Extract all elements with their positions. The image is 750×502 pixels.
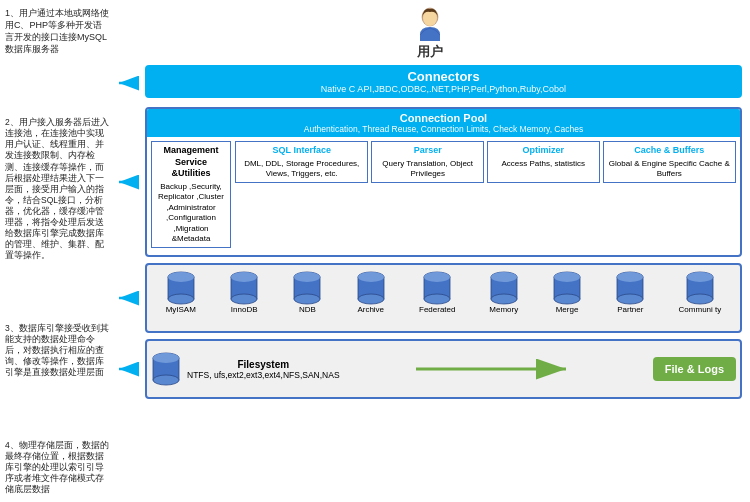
svg-point-22 (358, 294, 384, 304)
storage-innodb: InnoDB (229, 271, 259, 314)
parser-details: Query Translation, Object Privileges (375, 159, 480, 180)
filesystem-arrow (117, 339, 145, 399)
storage-label-merge: Merge (556, 305, 579, 314)
file-logs-label: File & Logs (665, 363, 724, 375)
cylinder-memory (489, 271, 519, 305)
connection-pool-header: Connection Pool Authentication, Thread R… (147, 109, 740, 137)
cylinder-archive (356, 271, 386, 305)
svg-point-27 (424, 272, 450, 282)
parser-box: Parser Query Translation, Object Privile… (371, 141, 484, 183)
storage-myisam: MyISAM (166, 271, 196, 314)
storage-merge: Merge (552, 271, 582, 314)
connectors-title: Connectors (153, 69, 734, 84)
connectors-subtitle: Native C API,JBDC,ODBC,.NET,PHP,Perl,Pyt… (153, 84, 734, 94)
filesystem-title: Filesystem (187, 359, 340, 370)
storage-federated: Federated (419, 271, 455, 314)
engine-inner: Management Service &Utilities Backup ,Se… (147, 137, 740, 252)
cache-box: Cache & Buffers Global & Engine Specific… (603, 141, 736, 183)
storage-ndb: NDB (292, 271, 322, 314)
filesystem-left: Filesystem NTFS, ufs,ext2,ext3,ext4,NFS,… (151, 352, 340, 386)
cylinder-innodb (229, 271, 259, 305)
storage-label-archive: Archive (357, 305, 384, 314)
user-section: 用户 (117, 5, 742, 61)
storage-inner: MyISAM InnoDB (151, 271, 736, 314)
svg-point-42 (687, 294, 713, 304)
connection-pool-subtitle: Authentication, Thread Reuse, Connection… (153, 124, 734, 134)
storage-memory: Memory (489, 271, 519, 314)
svg-point-35 (554, 272, 580, 282)
storage-arrow (117, 263, 145, 333)
cylinder-federated (422, 271, 452, 305)
svg-point-43 (687, 272, 713, 282)
storage-label-innodb: InnoDB (231, 305, 258, 314)
connectors-block: Connectors Native C API,JBDC,ODBC,.NET,P… (145, 65, 742, 98)
sidebar-note-1: 1、用户通过本地或网络使用C、PHP等多种开发语言开发的接口连接MySQL数据库… (5, 5, 110, 58)
filesystem-row: Filesystem NTFS, ufs,ext2,ext3,ext4,NFS,… (117, 339, 742, 399)
mgmt-title: Management Service &Utilities (155, 145, 227, 180)
connectors-content: Connectors Native C API,JBDC,ODBC,.NET,P… (145, 65, 742, 101)
storage-partner: Partner (615, 271, 645, 314)
sql-row: SQL Interface DML, DDL, Storage Procedur… (235, 141, 736, 183)
mgmt-details: Backup ,Security, Replicator ,Cluster ,A… (155, 182, 227, 244)
storage-label-federated: Federated (419, 305, 455, 314)
file-logs-box: File & Logs (653, 357, 736, 381)
diagram-area: 用户 Connectors Native C API,JBDC,ODB (115, 0, 750, 502)
svg-point-23 (358, 272, 384, 282)
cylinder-community (685, 271, 715, 305)
svg-point-31 (491, 272, 517, 282)
connectors-arrow (117, 65, 145, 101)
storage-community: Communi ty (679, 271, 722, 314)
sql-title: SQL Interface (239, 145, 364, 157)
filesystem-block: Filesystem NTFS, ufs,ext2,ext3,ext4,NFS,… (145, 339, 742, 399)
optimizer-title: Optimizer (491, 145, 596, 157)
optimizer-details: Access Paths, statistics (491, 159, 596, 169)
cache-details: Global & Engine Specific Cache & Buffers (607, 159, 732, 180)
connectors-arrow-col (117, 65, 145, 101)
user-label: 用户 (417, 43, 443, 61)
svg-point-48 (153, 375, 179, 385)
cylinder-merge (552, 271, 582, 305)
storage-block: MyISAM InnoDB (145, 263, 742, 333)
main-container: 1、用户通过本地或网络使用C、PHP等多种开发语言开发的接口连接MySQL数据库… (0, 0, 750, 502)
engine-right-cols: SQL Interface DML, DDL, Storage Procedur… (235, 141, 736, 248)
svg-point-38 (617, 294, 643, 304)
optimizer-box: Optimizer Access Paths, statistics (487, 141, 600, 183)
storage-label-memory: Memory (489, 305, 518, 314)
cylinder-filesystem (151, 352, 181, 386)
storage-label-community: Communi ty (679, 305, 722, 314)
storage-arrow-col (117, 263, 145, 333)
green-arrow-svg (416, 357, 576, 381)
connection-pool-title: Connection Pool (400, 112, 487, 124)
green-arrow (348, 357, 645, 381)
storage-label-ndb: NDB (299, 305, 316, 314)
svg-point-10 (168, 294, 194, 304)
cylinder-ndb (292, 271, 322, 305)
sql-interface-box: SQL Interface DML, DDL, Storage Procedur… (235, 141, 368, 183)
storage-label-myisam: MyISAM (166, 305, 196, 314)
sql-details: DML, DDL, Storage Procedures, Views, Tri… (239, 159, 364, 180)
sidebar-note-3: 3、数据库引擎接受收到其能支持的数据处理命令后，对数据执行相应的查询、修改等操作… (5, 321, 110, 380)
connectors-row: Connectors Native C API,JBDC,ODBC,.NET,P… (117, 65, 742, 101)
svg-point-19 (294, 272, 320, 282)
svg-point-34 (554, 294, 580, 304)
management-col: Management Service &Utilities Backup ,Se… (151, 141, 231, 248)
storage-archive: Archive (356, 271, 386, 314)
svg-point-30 (491, 294, 517, 304)
sidebar-note-4: 4、物理存储层面，数据的最终存储位置，根据数据库引擎的处理以索引引导序或者堆文件… (5, 438, 110, 497)
engine-arrow (117, 107, 145, 257)
left-sidebar: 1、用户通过本地或网络使用C、PHP等多种开发语言开发的接口连接MySQL数据库… (0, 0, 115, 502)
user-figure: 用户 (412, 5, 448, 61)
parser-title: Parser (375, 145, 480, 157)
engine-arrow-col (117, 107, 145, 257)
filesystem-arrow-col (117, 339, 145, 399)
svg-point-11 (168, 272, 194, 282)
svg-point-39 (617, 272, 643, 282)
storage-row: MyISAM InnoDB (117, 263, 742, 333)
svg-point-15 (231, 272, 257, 282)
sidebar-note-2: 2、用户接入服务器后进入连接池，在连接池中实现用户认证、线程重用、并发连接数限制… (5, 115, 110, 263)
user-icon (412, 5, 448, 41)
cache-title: Cache & Buffers (607, 145, 732, 157)
svg-point-14 (231, 294, 257, 304)
svg-point-49 (153, 353, 179, 363)
cylinder-myisam (166, 271, 196, 305)
